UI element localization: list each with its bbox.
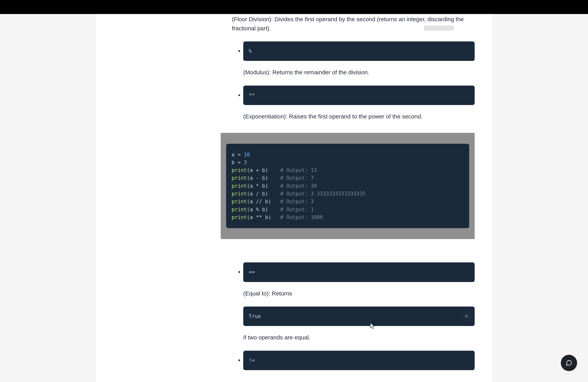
example-comment: # Output: 1000 — [280, 214, 323, 220]
example-block: a = 10 b = 3 print(a + b) # Output: 13 p… — [221, 133, 475, 239]
chat-bubble-icon — [566, 360, 572, 366]
code-text: != — [249, 358, 255, 363]
list-item: % (Modulus): Returns the remainder of th… — [243, 42, 475, 77]
operator-code-notequal: != — [243, 351, 475, 370]
svg-rect-0 — [466, 316, 468, 318]
operator-desc-equal-suffix: if two operands are equal. — [243, 333, 475, 342]
example-a-value: 10 — [244, 152, 250, 158]
example-code: a = 10 b = 3 print(a + b) # Output: 13 p… — [226, 144, 469, 228]
example-comment: # Output: 7 — [280, 175, 314, 181]
example-comment: # Output: 3 — [280, 199, 314, 204]
floating-widget[interactable] — [424, 26, 453, 30]
operator-desc-exponent: (Exponentiation): Raises the first opera… — [243, 112, 475, 121]
list-item: == (Equal to): Returns True if two opera… — [243, 262, 475, 342]
list-item: != — [243, 351, 475, 370]
list-item: ** (Exponentiation): Raises the first op… — [243, 85, 475, 121]
operator-desc-equal-prefix: (Equal to): Returns — [243, 289, 475, 298]
window-titlebar — [0, 0, 588, 14]
operator-code-equal: == — [243, 262, 475, 282]
example-comment: # Output: 30 — [280, 183, 317, 189]
copy-icon — [464, 314, 469, 318]
svg-rect-1 — [465, 315, 467, 317]
comparison-operator-list: == (Equal to): Returns True if two opera… — [232, 262, 475, 370]
operator-code-exponent: ** — [243, 85, 475, 105]
code-text: == — [249, 269, 255, 275]
code-text: ** — [249, 92, 255, 98]
example-comment: # Output: 13 — [280, 167, 317, 173]
operator-list: % (Modulus): Returns the remainder of th… — [232, 42, 475, 121]
code-text: True — [249, 313, 261, 319]
example-b-value: 3 — [244, 159, 247, 165]
copy-button[interactable] — [462, 312, 471, 320]
code-value-true: True — [243, 307, 475, 326]
help-button[interactable] — [561, 355, 577, 371]
operator-code-modulus: % — [243, 42, 475, 61]
example-comment: # Output: 3.3333333333333335 — [280, 191, 366, 197]
code-text: % — [249, 48, 252, 54]
page-wrap: (Floor Division): Divides the first oper… — [0, 0, 588, 382]
example-comment: # Output: 1 — [280, 207, 314, 212]
article-content: (Floor Division): Divides the first oper… — [96, 14, 492, 382]
operator-desc-modulus: (Modulus): Returns the remainder of the … — [243, 68, 475, 77]
